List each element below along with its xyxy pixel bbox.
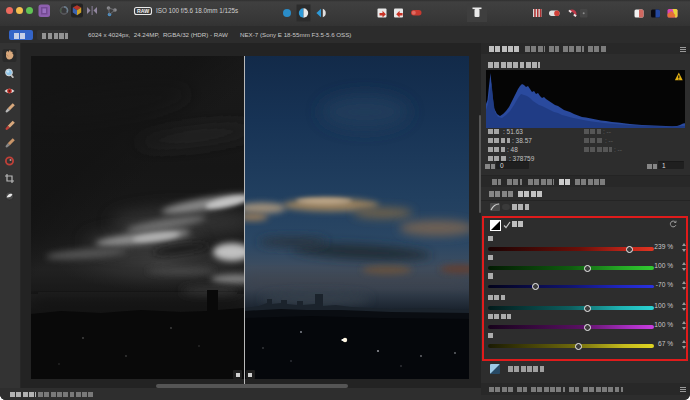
- svg-text:RAW: RAW: [137, 8, 149, 14]
- svg-text:ISO 100 f/5.6 18.0mm 1/125s: ISO 100 f/5.6 18.0mm 1/125s: [156, 7, 238, 14]
